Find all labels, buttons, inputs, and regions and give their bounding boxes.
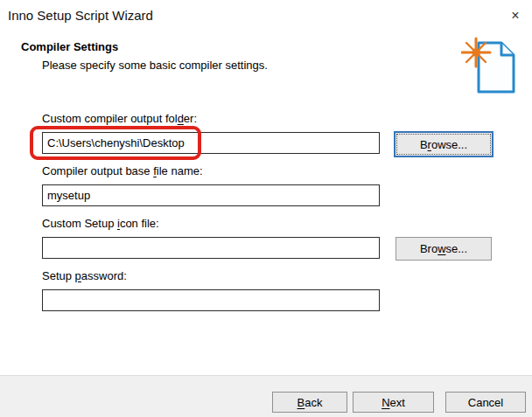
icon-file-input[interactable] [42, 237, 380, 259]
base-file-name-input[interactable] [42, 184, 380, 206]
title-bar: Inno Setup Script Wizard × [0, 0, 532, 30]
browse-icon-file-button[interactable]: Browse... [396, 237, 492, 261]
cancel-button[interactable]: Cancel [445, 392, 526, 413]
base-file-name-label: Compiler output base file name: [42, 164, 203, 177]
focus-rect: Browse... [396, 134, 491, 155]
next-button[interactable]: Next [353, 392, 434, 413]
page-subtitle: Please specify some basic compiler setti… [42, 59, 268, 72]
output-folder-input[interactable] [42, 132, 380, 154]
close-icon[interactable]: × [504, 5, 527, 26]
back-button[interactable]: Back [272, 392, 347, 413]
window-title: Inno Setup Script Wizard [8, 8, 153, 23]
output-folder-label: Custom compiler output folder: [42, 112, 197, 125]
password-input[interactable] [42, 289, 380, 311]
document-sparkle-icon [461, 33, 517, 94]
password-label: Setup password: [42, 269, 127, 282]
page-title: Compiler Settings [21, 40, 118, 53]
browse-folder-button[interactable]: Browse... [394, 131, 494, 157]
icon-file-label: Custom Setup icon file: [42, 217, 159, 230]
